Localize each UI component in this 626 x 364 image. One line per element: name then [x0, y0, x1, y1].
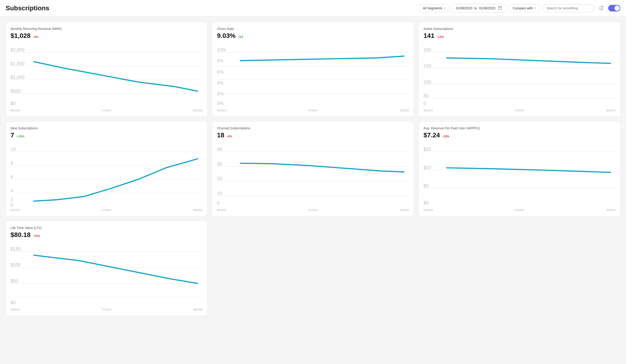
active-subs-title: Active Subscriptions: [424, 27, 616, 31]
ltv-value-row: $80.18 -70%: [10, 231, 202, 239]
svg-text:6%: 6%: [217, 69, 224, 74]
svg-rect-0: [498, 6, 502, 9]
svg-text:10%: 10%: [217, 47, 226, 52]
churn-chart-wrapper: 10% 8% 6% 4% 2% 0%: [217, 43, 409, 108]
churned-subs-x-labels: 06/2023 07/2023 08/2023: [217, 209, 409, 212]
churn-title: Churn Rate: [217, 27, 409, 31]
svg-text:$15: $15: [424, 147, 431, 152]
svg-text:4: 4: [10, 188, 13, 193]
mrr-x-labels: 06/2023 07/2023 08/2023: [10, 109, 202, 112]
arppu-chart: $15 $10 $5 $0: [424, 143, 616, 207]
mrr-chart: $2,000 $1,500 $1,000 $500 $0: [10, 43, 202, 107]
date-separator: to: [474, 6, 477, 10]
svg-text:$5: $5: [424, 183, 429, 188]
churn-chart: 10% 8% 6% 4% 2% 0%: [217, 43, 409, 107]
active-subs-badge: -13%: [437, 35, 444, 38]
churned-subs-card: Churned Subscriptions 18 -4% 40 30 20 10…: [212, 121, 414, 216]
header-controls: All Segments ▾ 01/06/2023 to 31/08/2023 …: [419, 4, 620, 12]
theme-toggle[interactable]: [608, 5, 620, 11]
arppu-chart-wrapper: $15 $10 $5 $0: [424, 143, 616, 208]
svg-text:$10: $10: [424, 165, 431, 170]
active-subs-value: 141: [424, 32, 434, 39]
svg-text:30: 30: [217, 161, 222, 167]
mrr-value-row: $1,028 -4%: [10, 32, 202, 39]
chevron-down-icon: ▾: [444, 7, 445, 9]
new-subs-value-row: 7 +16%: [10, 131, 202, 139]
mrr-title: Monthly Recurring Revenue (MRR): [10, 27, 202, 31]
new-subs-chart: 10 8 6 4 2 0: [10, 143, 202, 207]
segment-dropdown[interactable]: All Segments ▾: [419, 4, 449, 12]
svg-text:$1,500: $1,500: [10, 61, 25, 66]
page-header: Subscriptions All Segments ▾ 01/06/2023 …: [0, 0, 626, 16]
arppu-badge: -18%: [442, 135, 449, 138]
churned-subs-value: 18: [217, 131, 224, 139]
svg-text:40: 40: [217, 147, 222, 152]
churn-value: 9.03%: [217, 32, 235, 39]
arppu-value-row: $7.24 -18%: [424, 131, 616, 139]
ltv-badge: -70%: [33, 234, 40, 238]
svg-text:0: 0: [10, 203, 13, 207]
active-subs-card: Active Subscriptions 141 -13% 200 150 10…: [419, 22, 620, 117]
new-subs-badge: +16%: [17, 135, 25, 138]
chevron-down-icon-compare: ▾: [535, 7, 536, 9]
svg-text:50: 50: [424, 93, 429, 98]
churned-subs-chart-wrapper: 40 30 20 10 0: [217, 143, 409, 208]
arppu-title: Avg. Revenue Per Paid User (ARPPU): [424, 126, 616, 130]
date-range-picker[interactable]: 01/06/2023 to 31/08/2023: [452, 4, 506, 12]
svg-text:6: 6: [10, 174, 13, 180]
svg-text:20: 20: [217, 176, 222, 181]
churned-subs-badge: -4%: [227, 135, 232, 138]
page-title: Subscriptions: [6, 4, 49, 12]
svg-text:150: 150: [424, 63, 431, 68]
new-subs-value: 7: [10, 131, 14, 139]
new-subs-chart-wrapper: 10 8 6 4 2 0: [10, 143, 202, 208]
svg-text:2: 2: [10, 197, 13, 202]
svg-text:$100: $100: [10, 262, 21, 267]
svg-text:0: 0: [424, 101, 426, 106]
svg-text:8%: 8%: [217, 58, 224, 63]
svg-text:10: 10: [217, 191, 222, 196]
date-to: 31/08/2023: [479, 6, 495, 10]
active-subs-chart: 200 150 100 50 0: [424, 43, 616, 107]
svg-text:0: 0: [217, 200, 220, 205]
date-from: 01/06/2023: [456, 6, 472, 10]
svg-text:$2,000: $2,000: [10, 47, 25, 52]
svg-text:10: 10: [10, 147, 16, 152]
svg-text:4%: 4%: [217, 80, 224, 85]
svg-text:$0: $0: [424, 200, 429, 205]
svg-text:$0: $0: [10, 300, 16, 305]
mrr-badge: -4%: [33, 35, 39, 38]
dashboard-grid: Monthly Recurring Revenue (MRR) $1,028 -…: [0, 16, 626, 322]
compare-dropdown[interactable]: Compare with ▾: [509, 4, 540, 12]
new-subs-title: New Subscriptions: [10, 126, 202, 130]
calendar-icon: [498, 6, 502, 10]
churn-badge: +23: [238, 35, 243, 38]
churned-subs-chart: 40 30 20 10 0: [217, 143, 409, 207]
svg-text:8: 8: [10, 160, 13, 166]
churn-card: Churn Rate 9.03% +23 10% 8% 6% 4% 2% 0% …: [212, 22, 414, 117]
mrr-card: Monthly Recurring Revenue (MRR) $1,028 -…: [6, 22, 207, 117]
svg-text:$150: $150: [10, 246, 21, 252]
mrr-value: $1,028: [10, 32, 31, 39]
churn-x-labels: 06/2023 07/2023 08/2023: [217, 109, 409, 112]
churn-value-row: 9.03% +23: [217, 32, 409, 39]
arppu-x-labels: 06/2023 07/2023 08/2023: [424, 209, 616, 212]
arppu-card: Avg. Revenue Per Paid User (ARPPU) $7.24…: [419, 121, 620, 216]
ltv-card: Life Time Value (LTV) $80.18 -70% $150 $…: [6, 221, 207, 316]
ltv-value: $80.18: [10, 231, 31, 239]
active-subs-x-labels: 06/2023 07/2023 08/2023: [424, 109, 616, 112]
ltv-chart-wrapper: $150 $100 $50 $0: [10, 242, 202, 307]
svg-text:200: 200: [424, 47, 431, 52]
notification-bell[interactable]: [597, 4, 605, 12]
svg-text:$500: $500: [10, 88, 21, 94]
svg-text:$50: $50: [10, 278, 18, 283]
ltv-title: Life Time Value (LTV): [10, 226, 202, 230]
churned-subs-title: Churned Subscriptions: [217, 126, 409, 130]
search-input[interactable]: [543, 4, 594, 12]
svg-point-1: [602, 6, 603, 7]
active-subs-chart-wrapper: 200 150 100 50 0: [424, 43, 616, 108]
mrr-chart-wrapper: $2,000 $1,500 $1,000 $500 $0: [10, 43, 202, 108]
churned-subs-value-row: 18 -4%: [217, 131, 409, 139]
svg-text:100: 100: [424, 79, 431, 84]
new-subs-x-labels: 06/2023 07/2023 08/2023: [10, 209, 202, 212]
